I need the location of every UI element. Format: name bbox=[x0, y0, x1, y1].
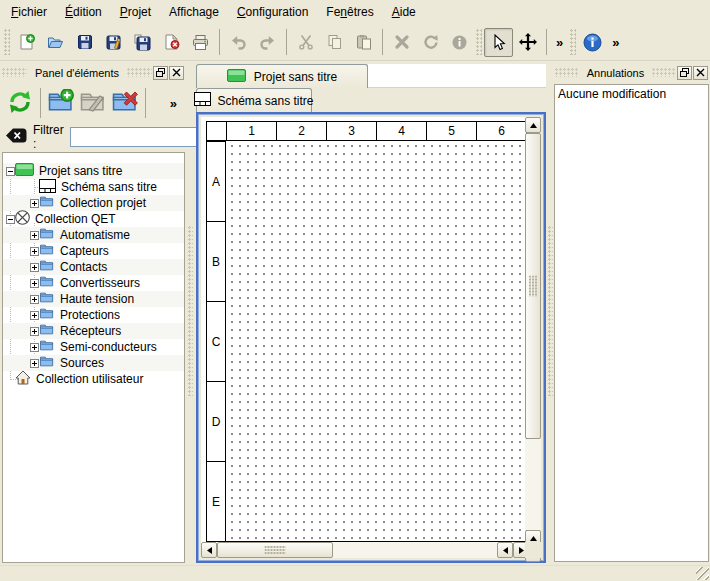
tree-item-convertisseurs[interactable]: Convertisseurs bbox=[3, 275, 184, 291]
about-qet-button[interactable] bbox=[578, 28, 607, 57]
left-splitter[interactable] bbox=[186, 61, 196, 565]
expand-icon[interactable] bbox=[30, 327, 39, 336]
close-file-button[interactable] bbox=[157, 28, 186, 57]
expand-icon[interactable] bbox=[30, 199, 39, 208]
menu-edition[interactable]: Édition bbox=[56, 2, 111, 22]
menu-fichier[interactable]: Fichier bbox=[2, 2, 56, 22]
clear-filter-icon[interactable] bbox=[5, 127, 27, 147]
cut-button bbox=[291, 28, 320, 57]
row-header-E: E bbox=[206, 461, 226, 542]
scroll-mode-button[interactable] bbox=[513, 28, 542, 57]
save-button[interactable] bbox=[70, 28, 99, 57]
tree-item-protections[interactable]: Protections bbox=[3, 307, 184, 323]
undo-panel-titlebar[interactable]: Annulations bbox=[553, 64, 710, 81]
tree-item-sources[interactable]: Sources bbox=[3, 355, 184, 371]
resize-grip[interactable] bbox=[696, 567, 709, 580]
toolbar-handle[interactable] bbox=[476, 29, 482, 55]
scroll-up-button[interactable] bbox=[525, 117, 541, 133]
tree-item-collection-projet[interactable]: Collection projet bbox=[3, 195, 184, 211]
print-button[interactable] bbox=[186, 28, 215, 57]
diagram-title-border: 123456ABCDE bbox=[206, 121, 527, 542]
horizontal-scrollbar-thumb[interactable] bbox=[217, 542, 333, 558]
schema-icon bbox=[194, 95, 211, 109]
tree-item-label: Collection projet bbox=[55, 196, 146, 210]
vertical-scrollbar[interactable] bbox=[525, 117, 541, 562]
tree-item-semi-conducteurs[interactable]: Semi-conducteurs bbox=[3, 339, 184, 355]
close-panel-button[interactable] bbox=[169, 66, 184, 80]
delete-category-button[interactable] bbox=[109, 87, 141, 119]
horizontal-scrollbar-track[interactable] bbox=[333, 542, 497, 558]
expand-icon[interactable] bbox=[30, 359, 39, 368]
qet-collection-icon bbox=[15, 210, 30, 228]
scrollbar-corner bbox=[525, 542, 541, 558]
expand-icon[interactable] bbox=[30, 295, 39, 304]
filter-row: Filtrer : bbox=[0, 125, 186, 149]
diagram-tab-label: Schéma sans titre bbox=[217, 94, 313, 108]
diagram-canvas[interactable]: 123456ABCDE bbox=[201, 117, 529, 546]
tree-item-haute-tension[interactable]: Haute tension bbox=[3, 291, 184, 307]
tree-item-projet-sans-titre[interactable]: Projet sans titre bbox=[3, 163, 184, 179]
tab-project[interactable]: Projet sans titre bbox=[196, 64, 368, 88]
move-icon bbox=[519, 33, 537, 51]
undo-list-item[interactable]: Aucune modification bbox=[555, 85, 708, 102]
row-header-B: B bbox=[206, 221, 226, 302]
horizontal-scrollbar[interactable] bbox=[201, 542, 529, 558]
menu-configuration[interactable]: Configuration bbox=[228, 2, 317, 22]
tree-item-collection-utilisateur[interactable]: Collection utilisateur bbox=[3, 371, 184, 387]
expand-icon[interactable] bbox=[30, 263, 39, 272]
elements-panel-titlebar[interactable]: Panel d'éléments bbox=[0, 64, 186, 81]
tree-item-collection-qet[interactable]: Collection QET bbox=[3, 211, 184, 227]
toolbar-handle[interactable] bbox=[4, 29, 10, 55]
tree-item-sch-ma-sans-titre[interactable]: Schéma sans titre bbox=[3, 179, 184, 195]
tab-diagram[interactable]: Schéma sans titre bbox=[196, 88, 312, 112]
panel-toolbar-extension-button[interactable]: » bbox=[167, 96, 180, 111]
project-tab-label: Projet sans titre bbox=[254, 70, 337, 84]
tree-item-automatisme[interactable]: Automatisme bbox=[3, 227, 184, 243]
tree-item-label: Protections bbox=[55, 308, 120, 322]
tree-item-r-cepteurs[interactable]: Récepteurs bbox=[3, 323, 184, 339]
menu-affichage[interactable]: Affichage bbox=[160, 2, 228, 22]
new-category-button[interactable] bbox=[45, 87, 77, 119]
undo-panel-dock: Annulations Aucune modification bbox=[553, 61, 710, 565]
toolbar-extension-button[interactable]: » bbox=[553, 35, 566, 50]
save-as-button[interactable] bbox=[99, 28, 128, 57]
new-file-button[interactable] bbox=[12, 28, 41, 57]
select-mode-button[interactable] bbox=[484, 28, 513, 57]
menu-fenetres[interactable]: Fenêtres bbox=[317, 2, 382, 22]
vertical-scrollbar-track[interactable] bbox=[525, 439, 541, 530]
column-header-4: 4 bbox=[376, 121, 427, 141]
expand-icon[interactable] bbox=[30, 247, 39, 256]
scroll-left-button-2[interactable] bbox=[497, 542, 513, 558]
expand-icon[interactable] bbox=[30, 343, 39, 352]
toolbar-separator bbox=[40, 88, 41, 118]
menu-aide[interactable]: Aide bbox=[383, 2, 425, 22]
schema-icon bbox=[39, 179, 56, 196]
close-undo-panel-button[interactable] bbox=[693, 66, 708, 80]
vertical-scrollbar-thumb[interactable] bbox=[525, 133, 541, 439]
tree-item-contacts[interactable]: Contacts bbox=[3, 259, 184, 275]
save-icon bbox=[77, 34, 93, 50]
right-splitter[interactable] bbox=[546, 61, 553, 565]
info-blue-icon bbox=[583, 33, 602, 52]
folder-icon bbox=[39, 227, 55, 243]
open-file-button[interactable] bbox=[41, 28, 70, 57]
menu-projet[interactable]: Projet bbox=[111, 2, 160, 22]
undo-history-list[interactable]: Aucune modification bbox=[554, 84, 709, 562]
toolbar-extension-button-2[interactable]: » bbox=[609, 35, 622, 50]
tree-item-capteurs[interactable]: Capteurs bbox=[3, 243, 184, 259]
expand-icon[interactable] bbox=[30, 279, 39, 288]
elements-panel-dock: Panel d'éléments » Filtrer : Projet sans… bbox=[0, 61, 186, 565]
expand-icon[interactable] bbox=[30, 231, 39, 240]
diagram-view[interactable]: 123456ABCDE bbox=[196, 112, 546, 563]
expand-icon[interactable] bbox=[30, 311, 39, 320]
collapse-icon[interactable] bbox=[6, 167, 15, 176]
float-undo-panel-button[interactable] bbox=[677, 66, 692, 80]
scroll-left-button[interactable] bbox=[201, 542, 217, 558]
float-panel-button[interactable] bbox=[153, 66, 168, 80]
reload-collections-button[interactable] bbox=[4, 87, 36, 119]
diagram-info-button bbox=[445, 28, 474, 57]
toolbar-handle[interactable] bbox=[570, 29, 576, 55]
collapse-icon[interactable] bbox=[6, 215, 15, 224]
save-all-button[interactable] bbox=[128, 28, 157, 57]
titlebar-texture bbox=[127, 68, 152, 77]
